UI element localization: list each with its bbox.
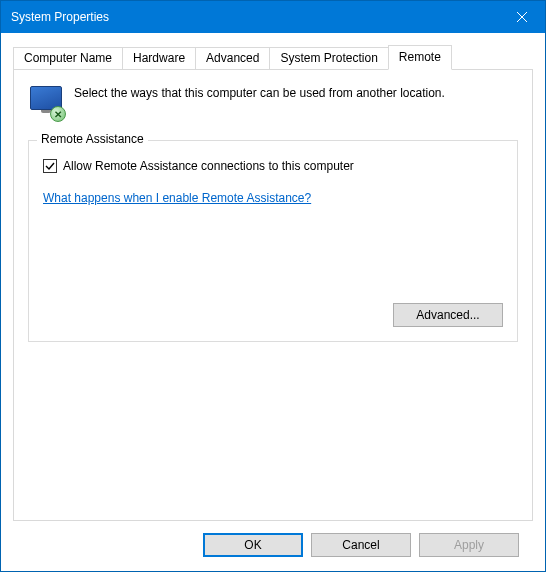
allow-remote-assistance-row: Allow Remote Assistance connections to t… bbox=[43, 159, 503, 173]
remote-assistance-help-link[interactable]: What happens when I enable Remote Assist… bbox=[43, 191, 311, 205]
system-properties-window: System Properties Computer Name Hardware… bbox=[0, 0, 546, 572]
apply-button[interactable]: Apply bbox=[419, 533, 519, 557]
dialog-button-row: OK Cancel Apply bbox=[13, 521, 533, 571]
group-footer: Advanced... bbox=[393, 303, 503, 327]
intro-row: ✕ Select the ways that this computer can… bbox=[28, 84, 518, 120]
ok-button[interactable]: OK bbox=[203, 533, 303, 557]
tab-system-protection[interactable]: System Protection bbox=[269, 47, 388, 69]
remote-assistance-group: Remote Assistance Allow Remote Assistanc… bbox=[28, 140, 518, 342]
tab-panel-remote: ✕ Select the ways that this computer can… bbox=[13, 69, 533, 521]
window-title: System Properties bbox=[11, 10, 499, 24]
advanced-button[interactable]: Advanced... bbox=[393, 303, 503, 327]
tab-remote[interactable]: Remote bbox=[388, 45, 452, 70]
allow-remote-assistance-label[interactable]: Allow Remote Assistance connections to t… bbox=[63, 159, 354, 173]
group-title: Remote Assistance bbox=[37, 132, 148, 146]
titlebar: System Properties bbox=[1, 1, 545, 33]
close-icon bbox=[517, 12, 527, 22]
tab-strip: Computer Name Hardware Advanced System P… bbox=[13, 45, 533, 70]
intro-text: Select the ways that this computer can b… bbox=[74, 84, 445, 101]
cancel-button[interactable]: Cancel bbox=[311, 533, 411, 557]
checkmark-icon bbox=[45, 161, 55, 171]
tab-computer-name[interactable]: Computer Name bbox=[13, 47, 123, 69]
close-button[interactable] bbox=[499, 1, 545, 33]
tab-advanced[interactable]: Advanced bbox=[195, 47, 270, 69]
dialog-body: Computer Name Hardware Advanced System P… bbox=[1, 33, 545, 571]
allow-remote-assistance-checkbox[interactable] bbox=[43, 159, 57, 173]
remote-computer-icon: ✕ bbox=[28, 84, 64, 120]
tab-hardware[interactable]: Hardware bbox=[122, 47, 196, 69]
